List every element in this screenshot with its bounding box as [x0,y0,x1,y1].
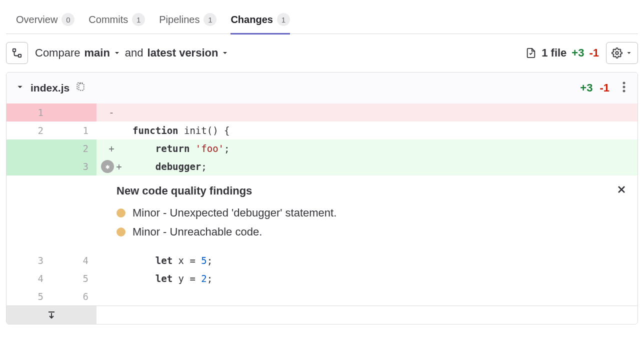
compare-selector: Compare main and latest version [35,46,229,60]
tab-badge: 1 [132,13,145,26]
file-actions-menu[interactable] [620,78,628,98]
summary-deletions: -1 [589,46,599,60]
chevron-down-icon [626,50,632,56]
tab-pipelines[interactable]: Pipelines 1 [159,6,216,34]
old-line-number: 4 [6,270,52,288]
svg-point-4 [623,82,626,84]
code-content: debugger; [122,158,638,176]
svg-point-6 [623,90,626,92]
code-content: let x = 5; [122,252,638,270]
new-line-number: 3 [52,158,96,176]
diff-line[interactable]: 2+ return 'foo'; [6,140,638,158]
close-findings-button[interactable] [616,184,626,198]
old-line-number: 3 [6,252,52,270]
close-icon [616,184,626,194]
svg-rect-1 [18,54,22,58]
compare-conjunction: and [125,46,144,60]
code-content [122,288,638,306]
file-stats: +3 -1 [580,82,610,94]
new-line-number: 4 [52,252,96,270]
tab-overview[interactable]: Overview 0 [16,6,74,34]
diff-sign [96,270,122,288]
tab-label: Commits [88,14,128,26]
tab-badge: 1 [277,13,290,26]
diff-sign: ✱+ [96,158,122,176]
kebab-icon [622,82,626,92]
diff-settings-button[interactable] [606,42,638,64]
copy-path-button[interactable] [76,82,86,94]
file-name: index.js [30,82,70,94]
code-content: function init() { [122,122,638,140]
finding-text: Minor - Unexpected 'debugger' statement. [132,206,336,220]
new-line-number [52,104,96,122]
svg-rect-3 [79,84,84,90]
finding-item[interactable]: Minor - Unreachable code. [116,222,626,242]
new-line-number: 5 [52,270,96,288]
expand-down-icon [46,310,56,320]
code-content: return 'foo'; [122,140,638,158]
diff-sign [96,252,122,270]
code-content [122,104,638,122]
code-content: let y = 2; [122,270,638,288]
diff-file: index.js +3 -1 1-21function init() {2+ r… [6,72,638,324]
new-line-number: 2 [52,140,96,158]
diff-summary-stats: 1 file +3 -1 [526,46,599,60]
expand-context-row [6,306,638,324]
compare-prefix: Compare [35,46,80,60]
tab-badge: 1 [204,13,216,26]
compare-source-label: main [84,46,110,60]
old-line-number [6,158,52,176]
diff-body: 1-21function init() {2+ return 'foo';3✱+… [6,104,638,176]
severity-dot-icon [116,208,126,218]
diff-sign [96,288,122,306]
tab-label: Changes [230,14,272,26]
clipboard-icon [76,82,86,92]
summary-additions: +3 [572,46,584,60]
diff-line[interactable]: 56 [6,288,638,306]
svg-point-2 [616,52,618,54]
new-line-number: 1 [52,122,96,140]
tabs-bar: Overview 0 Commits 1 Pipelines 1 Changes… [6,6,638,34]
diff-line[interactable]: 1- [6,104,638,122]
expand-down-button[interactable] [6,306,96,324]
file-deletions: -1 [600,82,610,94]
finding-item[interactable]: Minor - Unexpected 'debugger' statement. [116,204,626,222]
chevron-down-icon [16,82,24,92]
diff-body-tail: 34 let x = 5;45 let y = 2;56 [6,252,638,306]
diff-line[interactable]: 3✱+ debugger; [6,158,638,176]
old-line-number: 5 [6,288,52,306]
diff-toolbar: Compare main and latest version 1 file +… [6,42,638,64]
diff-line[interactable]: 45 let y = 2; [6,270,638,288]
diff-line[interactable]: 21function init() { [6,122,638,140]
file-additions: +3 [580,82,592,94]
collapse-file-button[interactable] [16,82,24,94]
compare-target-dropdown[interactable]: latest version [148,46,230,60]
gear-icon [612,48,622,58]
file-tree-toggle-button[interactable] [6,42,28,64]
tab-label: Pipelines [159,14,200,26]
file-tree-icon [12,48,22,58]
diff-sign: + [96,140,122,158]
chevron-down-icon [113,49,121,57]
new-line-number: 6 [52,288,96,306]
finding-text: Minor - Unreachable code. [132,226,262,238]
compare-target-label: latest version [148,46,218,60]
file-header: index.js +3 -1 [6,72,638,104]
severity-dot-icon [116,228,126,236]
diff-sign: - [96,104,122,122]
old-line-number: 1 [6,104,52,122]
diff-line[interactable]: 34 let x = 5; [6,252,638,270]
chevron-down-icon [221,49,229,57]
tab-commits[interactable]: Commits 1 [88,6,145,34]
compare-source-dropdown[interactable]: main [84,46,120,60]
code-quality-marker-icon[interactable]: ✱ [101,160,114,173]
tab-badge: 0 [62,13,74,26]
svg-rect-0 [13,49,16,52]
tab-changes[interactable]: Changes 1 [230,6,290,34]
svg-point-5 [623,86,626,88]
tab-label: Overview [16,14,58,26]
file-icon [526,48,536,58]
diff-sign [96,122,122,140]
code-quality-panel: New code quality findings Minor - Unexpe… [6,176,638,252]
findings-title: New code quality findings [116,184,626,198]
